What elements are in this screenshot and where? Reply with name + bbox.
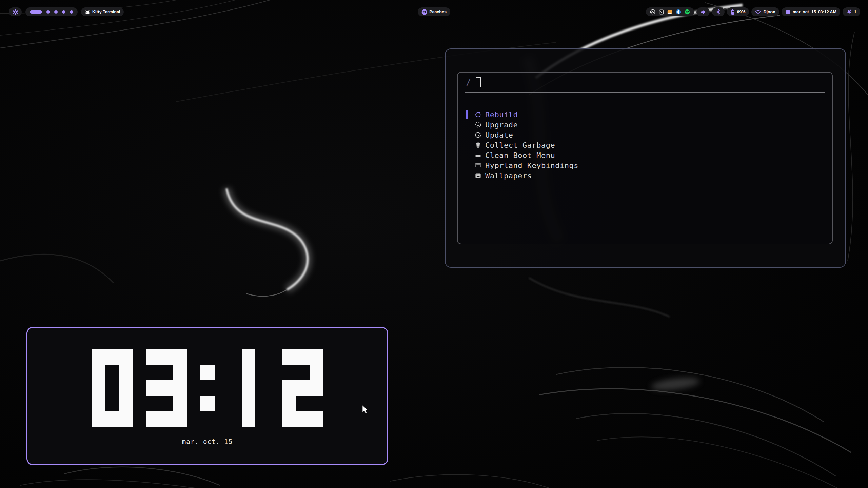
clock-date: mar. oct. 15 bbox=[182, 438, 233, 445]
search-prompt: / bbox=[466, 77, 471, 87]
desktop: { "topbar": { "nix_button": {"icon": "ni… bbox=[0, 0, 868, 488]
menu-item-clean-boot-menu[interactable]: Clean Boot Menu bbox=[458, 150, 832, 160]
datetime-pill[interactable]: mar. oct. 15 03:12 AM bbox=[782, 7, 840, 16]
clock-widget: mar. oct. 15 bbox=[26, 327, 388, 465]
menu-item-rebuild[interactable]: Rebuild bbox=[458, 109, 832, 120]
bell-icon bbox=[846, 9, 852, 15]
system-tray bbox=[646, 7, 694, 16]
clock-digit-1 bbox=[228, 349, 269, 427]
menu-item-update[interactable]: Update bbox=[458, 130, 832, 140]
menu-item-hyprland-keybindings[interactable]: Hyprland Keybindings bbox=[458, 160, 832, 170]
top-bar-right: 69% Djoon mar. oct. 15 03:12 AM bbox=[0, 7, 868, 16]
selection-bar bbox=[466, 110, 468, 119]
menu-item-wallpapers[interactable]: Wallpapers bbox=[458, 170, 832, 181]
clock-colon bbox=[200, 349, 215, 427]
search-separator bbox=[465, 92, 825, 93]
keyboard-icon bbox=[474, 162, 482, 169]
image-icon bbox=[474, 172, 482, 179]
menu-item-upgrade[interactable]: Upgrade bbox=[458, 120, 832, 130]
launcher-search-input[interactable]: / bbox=[458, 73, 832, 92]
upgrade-download-icon bbox=[474, 121, 482, 128]
keepassxc-tray-icon[interactable] bbox=[659, 9, 664, 15]
launcher-inner-box: / Rebuild bbox=[457, 72, 833, 244]
clock-digit-0 bbox=[92, 349, 133, 427]
update-clock-icon bbox=[474, 131, 482, 139]
bar-time: 03:12 AM bbox=[818, 7, 836, 16]
bluetooth-tray-icon[interactable] bbox=[676, 9, 681, 15]
notifications-pill[interactable]: 1 bbox=[843, 7, 860, 16]
text-cursor bbox=[476, 77, 481, 87]
speaker-icon bbox=[700, 9, 706, 15]
wifi-ssid: Djoon bbox=[763, 7, 775, 16]
menu-list-icon bbox=[474, 151, 482, 159]
obs-tray-icon[interactable] bbox=[650, 9, 655, 15]
clock-digit-2 bbox=[282, 349, 323, 427]
mouse-cursor bbox=[362, 405, 370, 414]
clock-digit-3 bbox=[146, 349, 187, 427]
volume-pill[interactable] bbox=[696, 7, 710, 16]
bluetooth-pill[interactable] bbox=[712, 7, 725, 16]
battery-pill[interactable]: 69% bbox=[727, 7, 749, 16]
network-pill[interactable]: Djoon bbox=[751, 7, 779, 16]
trash-icon bbox=[474, 141, 482, 149]
calendar-icon bbox=[785, 9, 791, 15]
bluetooth-icon bbox=[716, 9, 721, 15]
notification-count: 1 bbox=[854, 7, 856, 16]
files-tray-icon[interactable] bbox=[667, 9, 672, 15]
rebuild-refresh-icon bbox=[474, 111, 482, 118]
clock-time-digits bbox=[92, 349, 323, 427]
battery-percent: 69% bbox=[737, 7, 745, 16]
wifi-icon bbox=[755, 9, 761, 15]
battery-icon bbox=[731, 9, 735, 15]
launcher-menu-list: Rebuild Upgrade bbox=[458, 109, 832, 181]
menu-item-collect-garbage[interactable]: Collect Garbage bbox=[458, 140, 832, 150]
bar-date: mar. oct. 15 bbox=[793, 7, 816, 16]
launcher-panel: / Rebuild bbox=[445, 48, 846, 268]
spotify-tray-icon[interactable] bbox=[685, 9, 690, 15]
